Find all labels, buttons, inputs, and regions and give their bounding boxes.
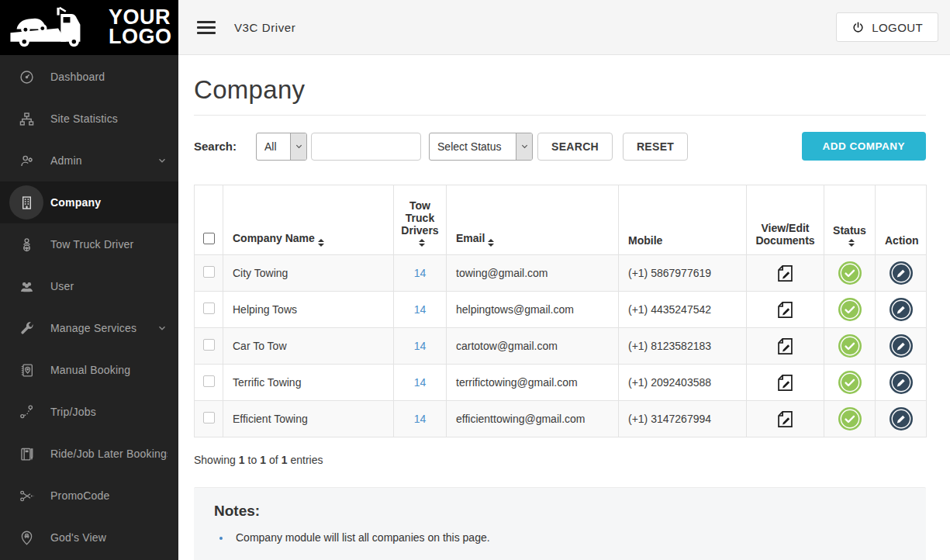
search-keyword-input[interactable]	[311, 133, 421, 161]
header-tow-truck-drivers[interactable]: Tow Truck Drivers	[394, 185, 447, 255]
users-icon	[9, 269, 43, 303]
logo-text: YOUR LOGO	[109, 8, 172, 47]
edit-action-icon[interactable]	[890, 261, 913, 285]
sidebar-item-company[interactable]: Company	[0, 181, 178, 223]
mobile-cell: (+1) 2092403588	[619, 365, 747, 401]
notes-title: Notes:	[214, 503, 906, 520]
sidebar-item-user[interactable]: User	[0, 265, 178, 307]
car-pin-icon	[9, 520, 43, 555]
sidebar-item-trip-jobs[interactable]: Trip/Jobs	[0, 391, 178, 433]
sitemap-icon	[9, 102, 43, 136]
mobile-cell: (+1) 3147267994	[619, 401, 747, 437]
sidebar-item-admin[interactable]: Admin	[0, 140, 178, 181]
tow-truck-logo-icon	[6, 4, 104, 50]
note-item: Company module will list all companies o…	[231, 531, 906, 544]
row-checkbox[interactable]	[203, 339, 215, 351]
table-row: Efficient Towing 14 efficienttowing@gmai…	[195, 401, 927, 437]
email-cell: terrifictowing@gmail.com	[447, 365, 619, 401]
driver-icon	[9, 227, 43, 261]
drivers-count-link[interactable]: 14	[414, 413, 427, 425]
row-checkbox[interactable]	[203, 375, 215, 387]
row-checkbox[interactable]	[203, 302, 215, 314]
view-edit-documents-icon[interactable]	[775, 372, 796, 393]
company-name-cell: Car To Tow	[223, 328, 394, 365]
add-company-button[interactable]: ADD COMPANY	[802, 132, 927, 161]
sidebar-item-tow-truck-driver[interactable]: Tow Truck Driver	[0, 223, 178, 265]
filter-bar: Search: All Select Status SEARCH RESET	[194, 132, 926, 161]
mobile-cell: (+1) 5867977619	[619, 255, 747, 292]
menu-toggle-button[interactable]	[194, 18, 219, 37]
company-name-cell: Terrific Towing	[223, 365, 394, 401]
chevron-down-icon	[290, 133, 306, 160]
dashboard-icon	[9, 60, 43, 94]
chevron-down-icon	[157, 323, 168, 334]
mobile-cell: (+1) 8123582183	[619, 328, 747, 365]
header-email[interactable]: Email	[447, 185, 619, 255]
email-cell: efficienttowing@gmail.com	[447, 401, 619, 437]
topbar: V3C Driver LOGOUT	[178, 0, 950, 55]
header-status[interactable]: Status	[824, 185, 876, 255]
book-pen-icon	[9, 437, 43, 471]
reset-button[interactable]: RESET	[623, 133, 688, 161]
email-cell: cartotow@gmail.com	[447, 328, 619, 365]
booking-notebook-pin-icon	[9, 353, 43, 387]
sidebar-item-site-statistics[interactable]: Site Statistics	[0, 98, 178, 140]
drivers-count-link[interactable]: 14	[414, 340, 427, 352]
company-name-cell: City Towing	[223, 255, 394, 292]
status-active-icon[interactable]	[838, 407, 862, 430]
status-select[interactable]: Select Status	[429, 133, 533, 161]
building-icon	[9, 185, 43, 220]
select-all-checkbox[interactable]	[203, 233, 215, 244]
edit-action-icon[interactable]	[890, 371, 913, 394]
row-checkbox[interactable]	[203, 266, 215, 278]
status-active-icon[interactable]	[838, 334, 862, 358]
sort-icon	[848, 239, 855, 247]
view-edit-documents-icon[interactable]	[775, 336, 796, 357]
search-field-select[interactable]: All	[256, 133, 307, 161]
edit-action-icon[interactable]	[890, 407, 913, 430]
power-icon	[852, 21, 865, 34]
sidebar-item-manual-booking[interactable]: Manual Booking	[0, 349, 178, 391]
table-header-row: Company Name Tow Truck Drivers Email Mob…	[195, 185, 927, 255]
sort-icon	[488, 239, 494, 247]
sidebar-item-gods-view[interactable]: God's View	[0, 517, 178, 558]
header-company-name[interactable]: Company Name	[223, 185, 394, 255]
view-edit-documents-icon[interactable]	[775, 409, 796, 430]
view-edit-documents-icon[interactable]	[775, 263, 796, 284]
edit-action-icon[interactable]	[890, 298, 913, 321]
table-row: City Towing 14 towing@gmail.com (+1) 586…	[195, 255, 927, 292]
row-checkbox[interactable]	[203, 412, 215, 423]
chevron-down-icon	[157, 155, 168, 166]
drivers-count-link[interactable]: 14	[414, 376, 427, 389]
mobile-cell: (+1) 4435247542	[619, 292, 747, 328]
search-label: Search:	[194, 140, 237, 153]
content: Company Search: All Select Status	[178, 55, 950, 560]
app-root: YOUR LOGO Dashboard Site Statistics	[0, 0, 950, 560]
logout-button[interactable]: LOGOUT	[836, 12, 938, 42]
page-title: Company	[194, 75, 926, 105]
header-action: Action	[876, 185, 927, 255]
status-active-icon[interactable]	[838, 261, 862, 285]
entries-summary: Showing1to1of1entries	[194, 454, 926, 466]
table-row: Terrific Towing 14 terrifictowing@gmail.…	[195, 365, 927, 401]
edit-action-icon[interactable]	[890, 334, 913, 358]
sidebar-item-manage-services[interactable]: Manage Services	[0, 307, 178, 349]
table-row: Helping Tows 14 helpingtows@gmail.com (+…	[195, 292, 927, 328]
status-active-icon[interactable]	[838, 298, 862, 321]
sort-icon	[419, 239, 425, 247]
app-brand: V3C Driver	[234, 21, 295, 34]
sidebar-item-dashboard[interactable]: Dashboard	[0, 56, 178, 98]
route-icon	[9, 395, 43, 429]
sidebar-nav: Dashboard Site Statistics Admin	[0, 55, 178, 558]
view-edit-documents-icon[interactable]	[775, 299, 796, 320]
sidebar-item-ride-job-later-bookings[interactable]: Ride/Job Later Bookings	[0, 433, 178, 475]
chevron-down-icon	[516, 133, 532, 160]
sidebar-item-promocode[interactable]: PromoCode	[0, 475, 178, 517]
search-button[interactable]: SEARCH	[537, 133, 613, 161]
status-active-icon[interactable]	[838, 371, 862, 394]
drivers-count-link[interactable]: 14	[414, 267, 427, 279]
sidebar: YOUR LOGO Dashboard Site Statistics	[0, 0, 178, 560]
drivers-count-link[interactable]: 14	[414, 303, 427, 316]
notes-panel: Notes: Company module will list all comp…	[194, 487, 926, 560]
email-cell: towing@gmail.com	[447, 255, 619, 292]
